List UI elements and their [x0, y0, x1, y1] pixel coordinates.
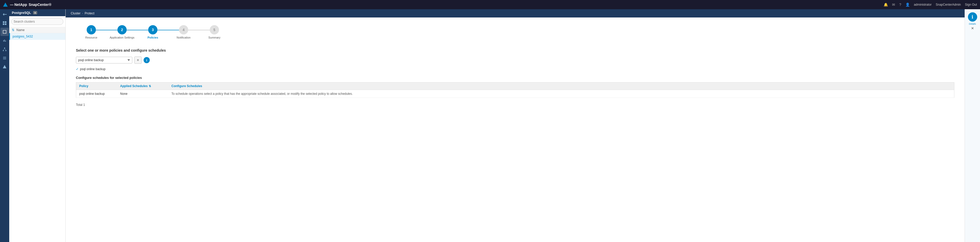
top-nav-right: 🔔 ✉ ? 👤 administrator SnapCenterAdmin Si… [884, 3, 977, 7]
svg-rect-0 [3, 21, 4, 23]
step-5-circle: 5 [210, 25, 219, 34]
details-icon[interactable]: ℹ [968, 12, 977, 22]
svg-point-6 [5, 50, 6, 51]
schedule-table: Policy Applied Schedules ⇅ Configure Sch… [76, 82, 955, 98]
step-5-label: Summary [208, 36, 220, 39]
breadcrumb-cluster: Cluster [71, 11, 81, 15]
content-area: 1 Resource 2 Application Settings 3 Poli… [66, 18, 965, 242]
step-3-label: Policies [148, 36, 158, 39]
table-header-applied-schedules: Applied Schedules ⇅ [117, 82, 169, 90]
svg-rect-2 [3, 23, 4, 25]
svg-rect-3 [5, 23, 6, 25]
sidebar-table-header: ⇅ Name [9, 27, 65, 33]
section-title: Select one or more policies and configur… [76, 48, 955, 53]
rail-dashboard[interactable] [0, 19, 9, 27]
netapp-logo-triangle [3, 3, 8, 7]
search-input[interactable] [11, 18, 63, 25]
table-cell-policy: psql online backup [76, 90, 117, 98]
policy-selector-row: psql online backup + i [76, 56, 955, 64]
app-logo: ⸻ NetApp SnapCenter® [10, 3, 51, 7]
check-icon: ✓ [76, 67, 79, 71]
sign-out-button[interactable]: Sign Out [965, 3, 977, 6]
rail-resources[interactable] [0, 28, 9, 36]
table-cell-applied: None [117, 90, 169, 98]
config-schedules-title: Configure schedules for selected policie… [76, 76, 955, 80]
bell-icon[interactable]: 🔔 [884, 3, 888, 7]
table-header-policy: Policy [76, 82, 117, 90]
step-1: 1 Resource [76, 25, 107, 39]
netapp-label: ⸻ NetApp [10, 3, 27, 7]
step-1-label: Resource [85, 36, 97, 39]
help-icon[interactable]: ? [899, 3, 901, 7]
info-button[interactable]: i [143, 57, 150, 63]
main-content: Cluster - Protect 1 Resource 2 Applicati [66, 9, 965, 242]
svg-point-5 [3, 50, 4, 51]
step-2-label: Application Settings [110, 36, 135, 39]
top-nav: ⸻ NetApp SnapCenter® 🔔 ✉ ? 👤 administrat… [0, 0, 980, 9]
step-2-circle: 2 [118, 25, 127, 34]
layout: PostgreSQL x ⇅ Name postgres_5432 Cluste… [0, 9, 980, 242]
sort-icon: ⇅ [12, 28, 14, 32]
breadcrumb-separator: - [82, 11, 83, 15]
table-row: psql online backup None To schedule oper… [76, 90, 955, 98]
sidebar-search-area [9, 16, 65, 27]
app-name: SnapCenter® [29, 3, 51, 7]
step-3-circle: 3 [148, 25, 158, 34]
rail-topology[interactable] [0, 45, 9, 53]
sidebar-column-name: Name [16, 28, 25, 32]
plus-icon: + [137, 58, 139, 63]
svg-rect-1 [5, 21, 6, 23]
breadcrumb-protect: Protect [84, 11, 94, 15]
add-policy-button[interactable]: + [134, 56, 142, 64]
sidebar-close-tag[interactable]: x [33, 11, 37, 14]
icon-rail [0, 9, 9, 242]
instance-label: SnapCenterAdmin [935, 3, 961, 6]
breadcrumb: Cluster - Protect [66, 9, 965, 18]
step-3: 3 Policies [137, 25, 168, 39]
sidebar-title: PostgreSQL [12, 11, 31, 14]
sidebar-item-postgres[interactable]: postgres_5432 [9, 33, 65, 40]
policy-dropdown[interactable]: psql online backup [76, 57, 132, 64]
envelope-icon[interactable]: ✉ [892, 3, 895, 7]
sidebar-header: PostgreSQL x [9, 9, 65, 16]
username-label: administrator [914, 3, 932, 6]
stepper: 1 Resource 2 Application Settings 3 Poli… [76, 25, 955, 39]
info-symbol: ℹ [972, 14, 973, 20]
step-4-circle: 4 [179, 25, 188, 34]
step-4-label: Notification [177, 36, 191, 39]
sidebar-item-label: postgres_5432 [13, 35, 33, 38]
step-4: 4 Notification [168, 25, 199, 39]
policy-chips: ✓ psql online backup [76, 66, 955, 72]
total-label: Total 1 [76, 103, 955, 107]
rail-collapse[interactable] [0, 10, 9, 19]
policy-chip-item: ✓ psql online backup [76, 66, 105, 72]
info-icon: i [146, 58, 147, 62]
rail-alerts[interactable] [0, 63, 9, 71]
sort-applied-icon[interactable]: ⇅ [149, 85, 151, 88]
step-2: 2 Application Settings [107, 25, 137, 39]
svg-point-4 [4, 48, 5, 48]
sidebar: PostgreSQL x ⇅ Name postgres_5432 [9, 9, 66, 242]
rail-settings[interactable] [0, 54, 9, 62]
right-panel: ℹ Details ✕ [965, 9, 980, 242]
rail-reports[interactable] [0, 37, 9, 45]
table-cell-config: To schedule operations select a policy t… [169, 90, 955, 98]
chip-label: psql online backup [80, 67, 105, 71]
details-label: Details [969, 22, 976, 25]
user-icon: 👤 [905, 3, 910, 7]
top-nav-left: ⸻ NetApp SnapCenter® [3, 3, 51, 7]
step-5: 5 Summary [199, 25, 230, 39]
step-1-circle: 1 [87, 25, 96, 34]
close-panel-button[interactable]: ✕ [971, 26, 974, 30]
table-header-configure-schedules: Configure Schedules [169, 82, 955, 90]
